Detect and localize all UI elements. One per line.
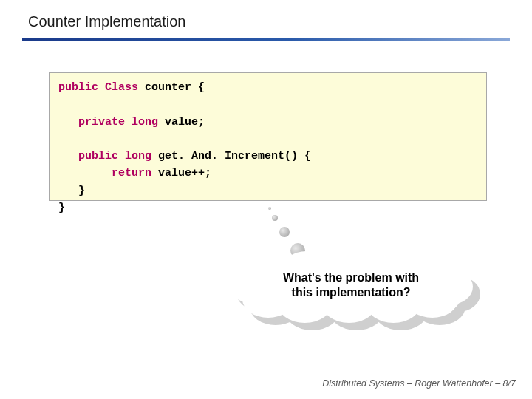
- code-ident: get. And. Increment() {: [158, 150, 311, 163]
- code-keyword: long: [125, 150, 151, 163]
- code-keyword: return: [112, 167, 151, 180]
- code-ident: value++;: [158, 167, 211, 180]
- callout-text: What's the problem with this implementat…: [229, 251, 473, 316]
- code-keyword: private: [78, 116, 125, 129]
- code-keyword: public: [78, 150, 118, 163]
- callout-line-1: What's the problem with: [283, 270, 419, 285]
- slide-footer: Distributed Systems – Roger Wattenhofer …: [322, 378, 516, 389]
- callout-line-2: this implementation?: [292, 285, 411, 300]
- page-title: Counter Implementation: [28, 13, 185, 30]
- title-underline: [22, 38, 510, 41]
- code-ident: counter {: [145, 81, 205, 94]
- code-brace: }: [58, 202, 65, 214]
- code-brace: }: [78, 185, 85, 197]
- code-keyword: long: [132, 116, 158, 129]
- code-block: public Class counter { private long valu…: [49, 72, 487, 201]
- code-ident: value;: [165, 116, 205, 129]
- code-keyword: Class: [105, 81, 138, 94]
- code-content: public Class counter { private long valu…: [58, 79, 477, 216]
- thought-cloud: What's the problem with this implementat…: [229, 251, 480, 321]
- code-keyword: public: [58, 81, 98, 94]
